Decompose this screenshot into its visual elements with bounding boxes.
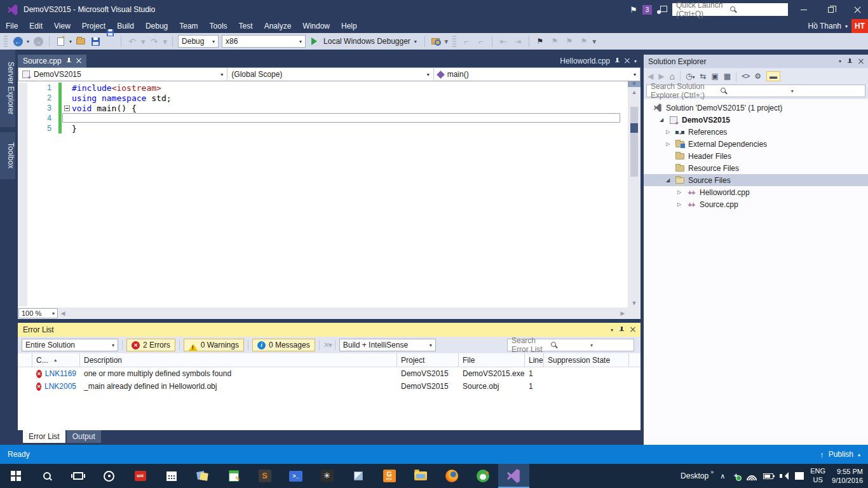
close-icon[interactable] bbox=[858, 59, 864, 64]
pin-icon[interactable] bbox=[66, 58, 72, 64]
menu-test[interactable]: Test bbox=[233, 19, 259, 33]
preview-selected-items-button[interactable]: ▬ bbox=[766, 71, 780, 81]
messages-filter-button[interactable]: 0 Messages bbox=[252, 339, 315, 351]
tree-item-source-files[interactable]: Source Files bbox=[644, 174, 868, 186]
keep-open-icon[interactable] bbox=[614, 58, 620, 64]
visual-studio-taskbar-button[interactable] bbox=[498, 464, 529, 488]
notifications-flag-icon[interactable] bbox=[630, 5, 637, 15]
menu-tools[interactable]: Tools bbox=[204, 19, 233, 33]
errors-filter-button[interactable]: 2 Errors bbox=[126, 339, 175, 351]
scroll-down-icon[interactable]: ▼ bbox=[628, 299, 641, 308]
start-button[interactable] bbox=[0, 464, 31, 488]
volume-icon[interactable] bbox=[780, 472, 789, 480]
close-icon[interactable] bbox=[76, 58, 81, 64]
sync-with-active-document-button[interactable]: ⇆ bbox=[700, 72, 706, 80]
firefox-button[interactable] bbox=[436, 464, 467, 488]
close-icon[interactable] bbox=[630, 327, 635, 332]
toolbar-overflow-icon[interactable] bbox=[593, 39, 596, 44]
menu-analyze[interactable]: Analyze bbox=[259, 19, 297, 33]
quick-launch-input[interactable]: Quick Launch (Ctrl+Q) bbox=[672, 3, 788, 16]
scroll-up-icon[interactable]: ▲ bbox=[628, 88, 641, 97]
tab-helloworld-cpp[interactable]: Helloworld.cpp ▾ bbox=[560, 57, 641, 65]
header-suppression-state[interactable]: Suppression State bbox=[544, 353, 629, 367]
open-file-button[interactable] bbox=[75, 35, 86, 48]
menu-window[interactable]: Window bbox=[297, 19, 336, 33]
configuration-dropdown[interactable]: Debug bbox=[178, 35, 219, 48]
restore-button[interactable] bbox=[820, 1, 841, 18]
notes-app-button[interactable] bbox=[218, 464, 249, 488]
battery-icon[interactable] bbox=[763, 473, 773, 479]
record-app-button[interactable] bbox=[93, 464, 125, 488]
tree-item-references[interactable]: References bbox=[644, 126, 868, 138]
collapsed-icon[interactable] bbox=[664, 141, 672, 147]
toolbar-grip[interactable] bbox=[452, 36, 456, 47]
tree-item-helloworld-cpp[interactable]: ++ Helloworld.cpp bbox=[644, 186, 868, 198]
gpdf-button[interactable]: GPDF bbox=[374, 464, 405, 488]
tab-server-explorer[interactable]: Server Explorer bbox=[0, 50, 15, 127]
properties-pages-button[interactable]: ▦ bbox=[724, 72, 731, 80]
header-code[interactable]: C... bbox=[32, 353, 80, 367]
tree-item-source-cpp[interactable]: ++ Source.cpp bbox=[644, 198, 868, 210]
view-code-button[interactable]: <> bbox=[742, 72, 749, 80]
search-error-list-input[interactable]: Search Error List ▾ bbox=[507, 339, 634, 351]
vertical-scrollbar[interactable]: ▲ ▼ bbox=[628, 81, 641, 308]
header-description[interactable]: Description bbox=[80, 353, 397, 367]
navigate-forward-button[interactable] bbox=[32, 35, 44, 48]
error-row[interactable]: LNK2005 _main already defined in Hellowo… bbox=[18, 380, 641, 393]
start-debugging-button[interactable]: Local Windows Debugger ▾ bbox=[309, 34, 419, 48]
new-project-button[interactable] bbox=[55, 35, 66, 48]
debug-target-dropdown-icon[interactable]: ▾ bbox=[414, 39, 417, 44]
notification-count-badge[interactable]: 3 bbox=[642, 5, 652, 15]
window-position-icon[interactable]: ▾ bbox=[839, 58, 841, 64]
clock[interactable]: 9:55 PM 9/10/2016 bbox=[832, 467, 863, 485]
collapse-region-icon[interactable] bbox=[64, 105, 70, 111]
error-row[interactable]: LNK1169 one or more multiply defined sym… bbox=[18, 367, 641, 380]
collapse-all-button[interactable]: ▣ bbox=[712, 72, 719, 80]
splitter-handle[interactable] bbox=[628, 81, 641, 87]
collapsed-icon[interactable] bbox=[664, 129, 672, 135]
expanded-icon[interactable] bbox=[658, 117, 665, 123]
home-button[interactable]: ⌂ bbox=[669, 72, 674, 81]
platform-dropdown[interactable]: x86 bbox=[222, 35, 306, 48]
warnings-filter-button[interactable]: 0 Warnings bbox=[184, 339, 244, 351]
scope-filter-dropdown[interactable]: Entire Solution bbox=[22, 339, 118, 351]
horizontal-scrollbar[interactable]: ◀ ▶ bbox=[58, 309, 628, 318]
menu-edit[interactable]: Edit bbox=[24, 19, 48, 33]
tab-error-list[interactable]: Error List bbox=[23, 430, 65, 443]
tree-item-resource-files[interactable]: Resource Files bbox=[644, 162, 868, 174]
toolbar-overflow-icon[interactable]: » bbox=[710, 469, 714, 475]
tab-list-dropdown-icon[interactable]: ▾ bbox=[634, 58, 637, 64]
code-line[interactable]: 5 } bbox=[18, 123, 628, 133]
find-in-files-button[interactable] bbox=[430, 35, 442, 48]
menu-team[interactable]: Team bbox=[173, 19, 203, 33]
calendar-button[interactable] bbox=[156, 464, 187, 488]
code-line[interactable]: 1 #include<iostream> bbox=[18, 83, 628, 93]
tab-source-cpp[interactable]: Source.cpp bbox=[18, 55, 86, 67]
menu-build[interactable]: Build bbox=[111, 19, 140, 33]
toggle-bookmark-button[interactable] bbox=[534, 35, 546, 48]
desktop-toolbar[interactable]: Desktop » bbox=[681, 471, 714, 480]
collapsed-icon[interactable] bbox=[675, 189, 683, 195]
tree-item-solution[interactable]: Solution 'DemoVS2015' (1 project) bbox=[644, 102, 868, 114]
task-view-button[interactable] bbox=[62, 464, 93, 488]
error-code-link[interactable]: LNK2005 bbox=[44, 382, 76, 391]
properties-button[interactable]: ⚙ bbox=[754, 72, 761, 80]
search-options-icon[interactable]: ▾ bbox=[590, 342, 630, 348]
publish-expand-icon[interactable]: ▴ bbox=[858, 452, 860, 458]
publish-button[interactable]: Publish ▴ bbox=[820, 450, 860, 459]
wifi-icon[interactable] bbox=[747, 472, 757, 480]
source-filter-dropdown[interactable]: Build + IntelliSense bbox=[339, 339, 436, 351]
pending-changes-filter-button[interactable]: ◷▾ bbox=[686, 72, 695, 80]
tree-item-project[interactable]: DemoVS2015 bbox=[644, 114, 868, 126]
menu-project[interactable]: Project bbox=[76, 19, 111, 33]
language-indicator[interactable]: ENG US bbox=[810, 467, 825, 485]
breakpoint-margin[interactable] bbox=[18, 83, 27, 306]
scope-dropdown[interactable]: (Global Scope) bbox=[227, 68, 433, 81]
file-explorer-button[interactable] bbox=[405, 464, 436, 488]
minimize-button[interactable] bbox=[793, 1, 815, 18]
code-line[interactable]: 3 void main() { bbox=[18, 103, 628, 113]
coccoc-button[interactable] bbox=[467, 464, 498, 488]
menu-file[interactable]: File bbox=[0, 19, 24, 33]
error-code-link[interactable]: LNK1169 bbox=[45, 369, 76, 378]
pin-icon[interactable] bbox=[619, 327, 625, 333]
